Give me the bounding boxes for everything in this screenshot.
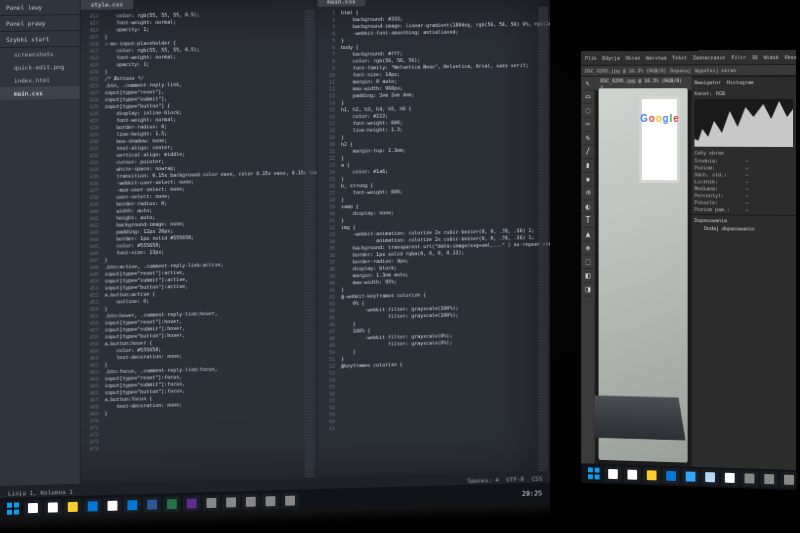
editor-tab[interactable]: main.css (318, 0, 367, 7)
ps-menu-item[interactable]: Zaznaczanie (693, 54, 725, 60)
ps-tool-icon[interactable]: ✂ (581, 118, 594, 132)
code-area[interactable]: html { background: #333; background-imag… (341, 7, 550, 477)
ps-option-item[interactable]: Dopasuj (670, 67, 691, 73)
taskbar-explorer-icon[interactable] (643, 467, 660, 483)
ps-tool-icon[interactable]: ↖ (581, 77, 594, 91)
taskbar-start-icon[interactable] (585, 465, 602, 481)
ps-histogram-panel[interactable]: Nawigator Histogram Kanał: RGB Cał (692, 76, 796, 215)
taskbar-taskview-icon[interactable] (44, 499, 62, 515)
taskbar-edge-icon[interactable] (84, 498, 102, 514)
taskbar-app2-icon[interactable] (760, 471, 778, 488)
ps-menu-item[interactable]: 3D (752, 54, 758, 60)
taskbar-app1-icon[interactable] (203, 495, 221, 511)
histogram-stat: — (746, 186, 794, 192)
sidebar-file[interactable]: main.css (0, 86, 80, 100)
taskbar-search-icon[interactable] (24, 500, 42, 516)
left-monitor: Panel lewy Panel prawy Szybki start scre… (0, 0, 550, 520)
taskbar-store-icon[interactable] (104, 498, 122, 514)
status-spaces[interactable]: Spaces: 4 (467, 475, 499, 483)
ps-menu-item[interactable]: Warstwa (646, 55, 666, 61)
ps-tool-icon[interactable]: ⬚ (581, 255, 594, 269)
sidebar-pane-header[interactable]: Panel prawy (0, 15, 80, 32)
ps-toolbar: ↖▭◌✂✎/▮✹⌫◐T▲✥⬚◧◨ (581, 77, 594, 464)
ps-tool-icon[interactable]: ✹ (581, 173, 594, 187)
code-area[interactable]: color: rgb(55, 55, 55, 0.5); font-weight… (105, 10, 317, 483)
ps-menu-item[interactable]: Obraz (626, 55, 641, 61)
taskbar-app3-icon[interactable] (780, 471, 798, 488)
ps-tool-icon[interactable]: ▮ (581, 159, 594, 173)
sidebar-file[interactable]: quick-edit.png (0, 60, 80, 74)
svg-rect-9 (127, 500, 137, 510)
taskbar-edge-icon[interactable] (662, 468, 680, 484)
adjustment-item[interactable]: Dodaj dopasowanie (694, 223, 793, 234)
channel-value[interactable]: RGB (716, 90, 725, 96)
taskbar-start-icon[interactable] (4, 500, 22, 517)
panel-tab[interactable]: Histogram (727, 79, 754, 85)
svg-rect-25 (666, 471, 676, 481)
ps-tool-icon[interactable]: ◨ (581, 283, 594, 297)
status-encoding[interactable]: UTF-8 (506, 475, 523, 482)
taskbar-app1-icon[interactable] (741, 470, 759, 487)
editor-pane-left[interactable]: style.css 412413414415416417418419420421… (80, 0, 317, 498)
ps-tool-icon[interactable]: ✎ (581, 132, 594, 146)
taskbar-word-icon[interactable] (143, 496, 161, 512)
taskbar-app4-icon[interactable] (262, 493, 280, 509)
panel-tab[interactable]: Nawigator (694, 79, 721, 85)
stats-scope: Cały obraz (694, 150, 793, 156)
line-number: 61 (318, 425, 340, 432)
ps-tool-icon[interactable]: / (581, 145, 594, 159)
histogram-stat: — (746, 179, 794, 185)
svg-rect-30 (764, 474, 774, 484)
ps-menu-item[interactable]: Plik (585, 55, 597, 61)
editor-pane-right[interactable]: main.css 1234567891011121314151617181920… (317, 0, 550, 491)
taskbar-clock[interactable]: 20:25 (522, 489, 546, 498)
google-logo: Google (654, 107, 666, 129)
ps-menu-item[interactable]: Tekst (672, 55, 687, 61)
ps-tool-icon[interactable]: ◧ (581, 269, 594, 283)
minimap[interactable] (538, 7, 548, 471)
taskbar-app2-icon[interactable] (222, 494, 240, 510)
histogram-stat: Poziom pam.: (694, 206, 741, 212)
taskbar-store-icon[interactable] (721, 470, 739, 486)
ps-tool-icon[interactable]: ⌫ (581, 187, 594, 201)
ps-menu-item[interactable]: Widok (764, 54, 779, 60)
google-logo-letter: e (673, 112, 678, 123)
taskbar-mail-icon[interactable] (123, 497, 141, 513)
ps-tool-icon[interactable]: ◌ (581, 104, 594, 118)
ps-tool-icon[interactable]: ✥ (581, 241, 594, 255)
ps-option-item[interactable]: DSC_8295.jpg @ 16.3% (RGB/8) (585, 67, 666, 73)
histogram-stat: Poziom: (694, 165, 741, 171)
ps-tool-icon[interactable]: ◐ (581, 200, 594, 214)
status-lang[interactable]: CSS (532, 474, 542, 481)
taskbar-taskview-icon[interactable] (624, 467, 641, 483)
ps-tool-icon[interactable]: ▭ (581, 90, 594, 104)
taskbar-ps-icon[interactable] (682, 468, 700, 484)
taskbar-excel-icon[interactable] (163, 496, 181, 512)
ps-adjustments-panel[interactable]: Dopasowania Dodaj dopasowanie (692, 214, 796, 236)
taskbar-code-icon[interactable] (183, 495, 201, 511)
ps-menu-item[interactable]: Edycja (602, 55, 619, 61)
sidebar-file[interactable]: index.html (0, 73, 80, 87)
sidebar-file[interactable]: screenshots (0, 47, 80, 61)
taskbar-app5-icon[interactable] (281, 492, 299, 508)
taskbar-app3-icon[interactable] (242, 494, 260, 510)
status-left[interactable]: Linia 1, Kolumna 1 (8, 487, 73, 496)
ps-tool-icon[interactable]: ▲ (581, 228, 594, 242)
right-monitor: PlikEdycjaObrazWarstwaTekstZaznaczanieFi… (581, 50, 796, 490)
taskbar-lr-icon[interactable] (701, 469, 719, 485)
taskbar-explorer-icon[interactable] (64, 499, 82, 515)
histogram-stat: — (746, 158, 794, 164)
ps-menu-item[interactable]: Filtr (731, 54, 746, 60)
histogram-stat: — (746, 165, 794, 171)
minimap[interactable] (305, 10, 315, 478)
sidebar-pane-header[interactable]: Panel lewy (0, 0, 80, 16)
ps-option-item[interactable]: Wypełnij ekran (695, 67, 736, 73)
ps-canvas[interactable]: DSC_8295.jpg @ 16.3% (RGB/8) × Google (595, 76, 692, 466)
sidebar-pane-header[interactable]: Szybki start (0, 31, 80, 48)
taskbar-search-icon[interactable] (604, 466, 621, 482)
ps-menu-item[interactable]: Okno (785, 54, 797, 60)
svg-rect-7 (88, 501, 98, 511)
ps-tool-icon[interactable]: T (581, 214, 594, 228)
panel-tab[interactable]: Dopasowania (694, 217, 726, 223)
editor-tab[interactable]: style.css (81, 0, 134, 10)
